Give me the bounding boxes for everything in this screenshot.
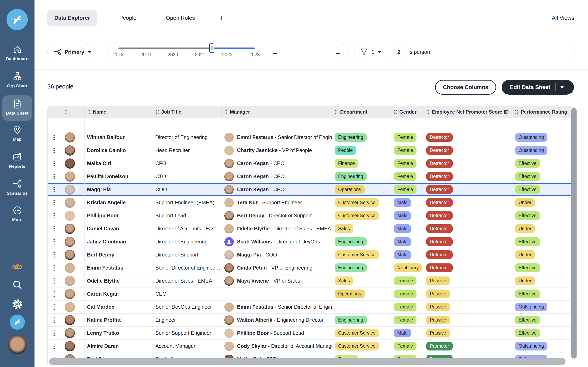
department-cell[interactable]: Customer Service	[332, 196, 391, 209]
manager-cell[interactable]: Maggi Pia - COO	[222, 248, 332, 261]
edit-data-sheet-button[interactable]: Edit Data Sheet	[502, 80, 574, 95]
name-cell[interactable]: Bert Deppy	[85, 248, 153, 261]
nps-cell[interactable]: Detractor	[424, 248, 512, 261]
sidebar-item-dashboard[interactable]: Dashboard	[0, 44, 35, 61]
gender-cell[interactable]: Female	[391, 131, 424, 144]
table-row[interactable]: Paulita DonelsonCTOCaron Kegan - CEOEngi…	[48, 170, 573, 183]
nps-cell[interactable]: Detractor	[424, 170, 512, 183]
gender-cell[interactable]: Nonbinary	[391, 261, 424, 274]
row-menu-icon[interactable]	[53, 265, 55, 271]
next-day-arrow[interactable]: →	[334, 43, 342, 61]
column-header-nps[interactable]: Employee Net Promoter Score ID	[424, 106, 512, 118]
manager-cell[interactable]: Caron Kegan - CEO	[222, 157, 332, 170]
nps-cell[interactable]: Detractor	[424, 235, 512, 248]
manager-cell[interactable]: Caron Kegan - CEO	[222, 183, 332, 196]
nps-cell[interactable]: Passive	[424, 300, 512, 313]
manager-cell[interactable]: Charity Jaenicke - VP of People	[222, 144, 332, 157]
nps-cell[interactable]: Detractor	[424, 144, 512, 157]
manager-cell[interactable]: Emmi Festatus - Senior Director of Engin…	[222, 300, 332, 313]
rating-cell[interactable]: Under	[512, 222, 573, 235]
gender-cell[interactable]: Female	[391, 314, 424, 326]
name-cell[interactable]: Phillipp Boor	[85, 209, 153, 222]
table-row[interactable]: Cal MardenSenior DevOps EngineerEmmi Fes…	[48, 300, 573, 314]
slider-track-past[interactable]	[118, 48, 212, 49]
row-menu-icon[interactable]	[53, 148, 55, 153]
department-cell[interactable]: Customer Service	[332, 327, 391, 340]
name-cell[interactable]: Paulita Donelson	[85, 170, 153, 183]
row-menu-icon[interactable]	[53, 343, 55, 349]
job-title-cell[interactable]: Engineer	[153, 314, 222, 326]
department-cell[interactable]	[332, 300, 391, 313]
rating-cell[interactable]: Outstanding	[512, 144, 573, 157]
gender-cell[interactable]: Male	[391, 248, 424, 261]
row-menu-icon[interactable]	[53, 278, 55, 284]
nps-cell[interactable]: Detractor	[424, 157, 512, 170]
gender-cell[interactable]: Female	[391, 157, 424, 170]
table-row[interactable]: Bert DeppyDirector of SupportMaggi Pia -…	[48, 248, 573, 261]
department-cell[interactable]: Engineering	[332, 170, 391, 183]
department-cell[interactable]: Finance	[332, 157, 391, 170]
manager-cell[interactable]: Emmi Festatus - Senior Director of Engin…	[222, 131, 332, 144]
search-input[interactable]	[408, 49, 564, 55]
rating-cell[interactable]: Under	[512, 248, 573, 261]
job-title-cell[interactable]: Director of Sales - EMEA	[153, 275, 222, 287]
sidebar-search[interactable]	[0, 279, 35, 291]
department-cell[interactable]: Engineering	[332, 131, 391, 144]
table-row[interactable]: Maggi PiaCOOCaron Kegan - CEOOperationsF…	[48, 183, 573, 196]
nps-cell[interactable]: Passive	[424, 287, 512, 300]
manager-cell[interactable]: Maya Viviene - VP of Sales	[222, 275, 332, 287]
nps-cell[interactable]: Promoter	[424, 340, 512, 352]
table-row[interactable]: Dorolice CamiloHead RecruiterCharity Jae…	[48, 144, 573, 157]
name-cell[interactable]: Daniel Cavan	[85, 222, 153, 235]
department-cell[interactable]: People	[332, 144, 391, 157]
rating-cell[interactable]: Under	[512, 275, 573, 287]
department-cell[interactable]: Customer Service	[332, 209, 391, 222]
nps-cell[interactable]: Detractor	[424, 131, 512, 144]
job-title-cell[interactable]: CEO	[153, 287, 222, 300]
choose-columns-button[interactable]: Choose Columns	[435, 80, 496, 95]
name-cell[interactable]: Dorolice Camilo	[85, 144, 153, 157]
department-cell[interactable]: Customer Service	[332, 248, 391, 261]
row-menu-icon[interactable]	[53, 134, 55, 140]
job-title-cell[interactable]: CTO	[153, 170, 222, 183]
job-title-cell[interactable]: Senior Support Engineer	[153, 327, 222, 340]
gender-cell[interactable]: Female	[391, 144, 424, 157]
row-menu-icon[interactable]	[53, 187, 55, 192]
manager-cell[interactable]: Caron Kegan - CEO	[222, 170, 332, 183]
charthop-logo-button[interactable]	[0, 315, 35, 330]
row-menu-icon[interactable]	[53, 239, 55, 245]
gender-cell[interactable]: Female	[391, 300, 424, 313]
manager-cell[interactable]: Odelle Blythe - Director of Sales - EMEA	[222, 222, 332, 235]
row-menu-icon[interactable]	[53, 213, 55, 218]
rating-cell[interactable]: Outstanding	[512, 340, 573, 352]
gender-cell[interactable]: Female	[391, 275, 424, 287]
department-cell[interactable]: Engineering	[332, 314, 391, 326]
rating-cell[interactable]: Effective	[512, 170, 573, 183]
column-header-manager[interactable]: Manager	[222, 106, 332, 118]
manager-cell[interactable]: Bert Deppy - Director of Support	[222, 209, 332, 222]
column-header-department[interactable]: Department	[332, 106, 391, 118]
sidebar-item-watching[interactable]	[0, 261, 35, 273]
gender-cell[interactable]: Female	[391, 170, 424, 183]
job-title-cell[interactable]: COO	[153, 183, 222, 196]
sidebar-item-orgchart[interactable]: Org Chart	[0, 72, 35, 88]
gender-cell[interactable]: Male	[391, 222, 424, 235]
vertical-scrollbar[interactable]	[571, 108, 577, 359]
user-menu[interactable]	[0, 336, 35, 354]
job-title-cell[interactable]: Director of Engineering	[153, 235, 222, 248]
row-menu-icon[interactable]	[53, 317, 55, 323]
sidebar-item-map[interactable]: Map	[0, 125, 35, 142]
name-cell[interactable]: Caron Kegan	[85, 287, 153, 300]
column-header-job[interactable]: Job Title	[153, 106, 222, 118]
department-cell[interactable]: Customer Service	[332, 340, 391, 352]
nps-cell[interactable]: Passive	[424, 275, 512, 287]
row-menu-icon[interactable]	[53, 161, 55, 166]
table-row[interactable]: Odelle BlytheDirector of Sales - EMEAMay…	[48, 275, 573, 287]
job-title-cell[interactable]: CFO	[153, 157, 222, 170]
rating-cell[interactable]: Effective	[512, 327, 573, 340]
department-cell[interactable]: Engineering	[332, 261, 391, 274]
row-menu-icon[interactable]	[53, 174, 55, 179]
rating-cell[interactable]: Effective	[512, 209, 573, 222]
sidebar-item-reports[interactable]: Reports	[0, 152, 35, 169]
app-logo-icon[interactable]	[7, 9, 28, 30]
